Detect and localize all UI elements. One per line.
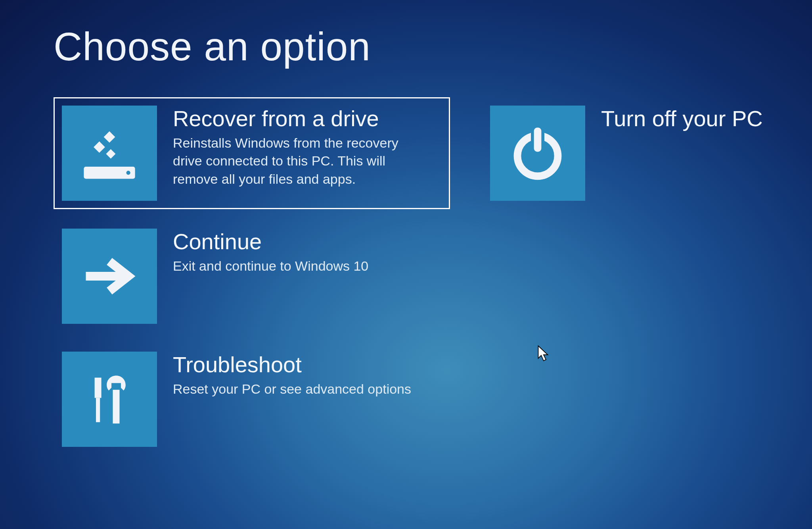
troubleshoot-tile[interactable]: Troubleshoot Reset your PC or see advanc… bbox=[54, 343, 450, 455]
continue-title: Continue bbox=[173, 229, 368, 254]
left-column: Recover from a drive Reinstalls Windows … bbox=[54, 97, 450, 455]
recover-drive-icon bbox=[62, 106, 157, 201]
svg-rect-4 bbox=[106, 149, 115, 159]
svg-rect-2 bbox=[104, 131, 115, 143]
continue-text: Continue Exit and continue to Windows 10 bbox=[173, 229, 368, 275]
page-title: Choose an option bbox=[54, 24, 812, 69]
svg-rect-5 bbox=[95, 378, 102, 398]
turn-off-pc-tile[interactable]: Turn off your PC bbox=[482, 97, 807, 209]
turnoff-title: Turn off your PC bbox=[601, 106, 763, 131]
continue-description: Exit and continue to Windows 10 bbox=[173, 257, 368, 275]
svg-rect-10 bbox=[534, 127, 542, 152]
troubleshoot-title: Troubleshoot bbox=[173, 352, 411, 377]
svg-rect-3 bbox=[94, 141, 105, 153]
right-column: Turn off your PC bbox=[482, 97, 807, 455]
continue-tile[interactable]: Continue Exit and continue to Windows 10 bbox=[54, 220, 450, 332]
recover-text: Recover from a drive Reinstalls Windows … bbox=[173, 106, 427, 189]
recover-from-drive-tile[interactable]: Recover from a drive Reinstalls Windows … bbox=[54, 97, 450, 209]
turnoff-text: Turn off your PC bbox=[601, 106, 763, 134]
options-grid: Recover from a drive Reinstalls Windows … bbox=[54, 97, 812, 455]
svg-rect-6 bbox=[96, 398, 100, 422]
svg-rect-7 bbox=[113, 390, 120, 423]
svg-point-1 bbox=[126, 171, 130, 175]
continue-arrow-icon bbox=[62, 229, 157, 324]
troubleshoot-tools-icon bbox=[62, 352, 157, 447]
recover-title: Recover from a drive bbox=[173, 106, 427, 131]
troubleshoot-text: Troubleshoot Reset your PC or see advanc… bbox=[173, 352, 411, 398]
recover-description: Reinstalls Windows from the recovery dri… bbox=[173, 134, 427, 189]
troubleshoot-description: Reset your PC or see advanced options bbox=[173, 380, 411, 398]
power-icon bbox=[490, 106, 585, 201]
